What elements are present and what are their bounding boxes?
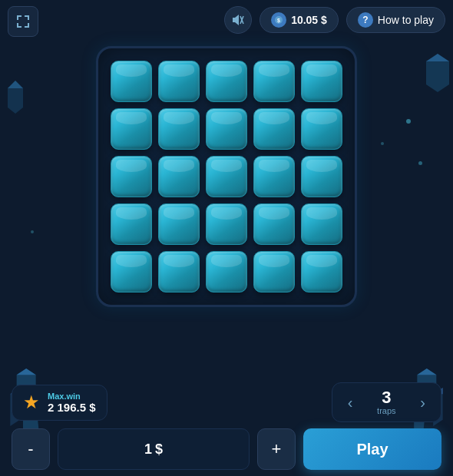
grid-cell[interactable] xyxy=(158,61,200,102)
svg-rect-18 xyxy=(28,15,29,20)
grid-cell[interactable] xyxy=(158,203,200,245)
max-win-label: Max.win xyxy=(48,392,96,401)
balance-icon: $ xyxy=(271,12,286,28)
game-grid xyxy=(111,61,342,293)
bet-currency: $ xyxy=(155,441,163,458)
grid-cell[interactable] xyxy=(253,251,295,293)
grid-cell[interactable] xyxy=(111,108,152,150)
bet-value: 1 xyxy=(144,441,152,458)
bet-bar: - 1 $ + Play xyxy=(12,428,441,470)
grid-cell[interactable] xyxy=(158,251,200,293)
grid-cell[interactable] xyxy=(206,61,247,102)
grid-cell[interactable] xyxy=(253,203,295,245)
how-to-play-label: How to play xyxy=(378,14,434,26)
grid-cell[interactable] xyxy=(158,108,200,150)
svg-marker-14 xyxy=(8,81,23,88)
svg-marker-11 xyxy=(426,54,449,92)
how-to-play-button[interactable]: ? How to play xyxy=(346,7,445,33)
max-win-info: Max.win 2 196.5 $ xyxy=(48,392,96,414)
grid-cell[interactable] xyxy=(206,156,247,197)
traps-next-button[interactable]: › xyxy=(417,395,428,410)
grid-cell[interactable] xyxy=(301,203,342,245)
bottom-info-area: ★ Max.win 2 196.5 $ ‹ 3 traps › xyxy=(12,382,441,422)
grid-cell[interactable] xyxy=(301,156,342,197)
svg-text:$: $ xyxy=(277,18,280,24)
grid-cell[interactable] xyxy=(253,108,295,150)
svg-marker-13 xyxy=(8,81,23,114)
traps-info: 3 traps xyxy=(371,389,402,415)
help-icon: ? xyxy=(358,12,373,28)
svg-rect-20 xyxy=(17,23,18,28)
bet-input-container: 1 $ xyxy=(58,428,250,470)
svg-rect-16 xyxy=(17,15,18,20)
traps-label: traps xyxy=(377,406,395,415)
grid-cell[interactable] xyxy=(111,156,152,197)
top-bar: $ 10.05 $ ? How to play xyxy=(224,6,445,34)
grid-cell[interactable] xyxy=(301,108,342,150)
traps-control: ‹ 3 traps › xyxy=(332,382,441,422)
game-grid-container xyxy=(96,46,357,307)
bet-minus-button[interactable]: - xyxy=(12,428,50,470)
grid-cell[interactable] xyxy=(111,203,152,245)
mute-button[interactable] xyxy=(224,6,252,34)
grid-cell[interactable] xyxy=(253,156,295,197)
grid-cell[interactable] xyxy=(158,156,200,197)
traps-prev-button[interactable]: ‹ xyxy=(345,395,356,410)
grid-cell[interactable] xyxy=(253,61,295,102)
grid-cell[interactable] xyxy=(111,251,152,293)
star-icon: ★ xyxy=(23,392,40,413)
grid-cell[interactable] xyxy=(111,61,152,102)
max-win-value: 2 196.5 $ xyxy=(48,401,96,414)
grid-cell[interactable] xyxy=(206,203,247,245)
play-button[interactable]: Play xyxy=(303,428,441,470)
grid-cell[interactable] xyxy=(301,251,342,293)
svg-marker-7 xyxy=(417,369,436,375)
bet-plus-button[interactable]: + xyxy=(257,428,296,470)
grid-cell[interactable] xyxy=(206,251,247,293)
grid-cell[interactable] xyxy=(206,108,247,150)
svg-marker-12 xyxy=(426,54,449,61)
max-win-box: ★ Max.win 2 196.5 $ xyxy=(12,385,107,421)
grid-cell[interactable] xyxy=(301,61,342,102)
balance-value: 10.05 $ xyxy=(291,14,327,26)
traps-number: 3 xyxy=(382,389,391,406)
svg-marker-1 xyxy=(17,369,36,375)
fullscreen-button[interactable] xyxy=(8,6,38,37)
svg-rect-22 xyxy=(28,23,29,28)
balance-button[interactable]: $ 10.05 $ xyxy=(260,7,339,33)
